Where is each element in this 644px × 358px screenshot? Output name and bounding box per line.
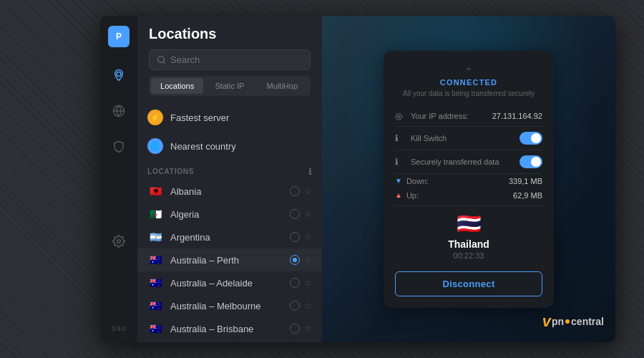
- vpn-v-letter: v: [542, 312, 551, 331]
- tab-static-ip[interactable]: Static IP: [203, 78, 255, 94]
- fastest-server-item[interactable]: ⚡ Fastest server: [137, 103, 322, 132]
- search-input[interactable]: [170, 54, 303, 65]
- tab-locations[interactable]: Locations: [151, 78, 203, 94]
- locations-header: Locations Locations Static IP MultiHop: [137, 16, 322, 103]
- connected-subtitle: All your data is being transferred secur…: [395, 90, 542, 97]
- vpn-central-text: central: [571, 316, 604, 327]
- locations-title: Locations: [149, 26, 311, 42]
- sidebar-item-globe[interactable]: [108, 100, 130, 122]
- location-name-brisbane: Australia – Brisbane: [170, 324, 283, 334]
- star-algeria[interactable]: ☆: [304, 209, 312, 219]
- ip-label: Your IP address:: [411, 112, 488, 120]
- settings-icon: [112, 235, 125, 248]
- nearest-country-item[interactable]: 🌐 Nearest country: [137, 132, 322, 160]
- radio-albania[interactable]: [290, 186, 300, 196]
- vpn-branding: v pn central: [542, 312, 604, 331]
- right-panel: ⌄ CONNECTED All your data is being trans…: [322, 16, 615, 342]
- sidebar-item-settings[interactable]: [108, 231, 130, 252]
- sidebar-logo[interactable]: P: [108, 26, 130, 47]
- locations-list: ⚡ Fastest server 🌐 Nearest country LOCAT…: [137, 103, 322, 342]
- fastest-server-label: Fastest server: [170, 112, 229, 123]
- location-name-perth: Australia – Perth: [170, 255, 283, 266]
- info-icon[interactable]: ℹ: [308, 166, 312, 177]
- star-melbourne[interactable]: ☆: [304, 301, 312, 311]
- star-adelaide[interactable]: ☆: [304, 278, 312, 288]
- secure-data-row: ℹ Securely transferred data: [395, 150, 542, 174]
- tab-multihop[interactable]: MultiHop: [256, 78, 308, 94]
- location-actions-brisbane: ☆: [290, 324, 312, 334]
- location-name-melbourne: Australia – Melbourne: [170, 301, 283, 311]
- location-name-argentina: Argentina: [170, 232, 283, 243]
- secure-data-toggle[interactable]: [519, 155, 542, 168]
- card-arrow: ⌄: [395, 61, 542, 72]
- flag-brisbane: 🇦🇺: [147, 323, 163, 334]
- up-label: Up:: [406, 191, 509, 200]
- radio-melbourne[interactable]: [290, 301, 300, 311]
- kill-switch-icon: ℹ: [395, 133, 406, 143]
- radio-algeria[interactable]: [290, 209, 300, 219]
- radio-adelaide[interactable]: [290, 278, 300, 288]
- location-albania[interactable]: 🇦🇱 Albania ☆: [137, 180, 322, 203]
- country-time: 00:22:33: [395, 251, 542, 260]
- down-label: Down:: [406, 177, 504, 185]
- bolt-icon: ⚡: [147, 110, 163, 125]
- location-algeria[interactable]: 🇩🇿 Algeria ☆: [137, 203, 322, 226]
- location-melbourne[interactable]: 🇦🇺 Australia – Melbourne ☆: [137, 294, 322, 317]
- location-perth[interactable]: 🇦🇺 Australia – Perth ☆: [137, 248, 322, 271]
- up-arrow-icon: ▲: [395, 191, 402, 199]
- country-section: 🇹🇭 Thailand 00:22:33: [395, 205, 542, 264]
- star-albania[interactable]: ☆: [304, 186, 312, 196]
- svg-point-0: [117, 72, 121, 77]
- flag-albania: 🇦🇱: [147, 185, 163, 197]
- sidebar-item-locations[interactable]: [108, 64, 130, 86]
- location-name-albania: Albania: [170, 186, 283, 197]
- radio-brisbane[interactable]: [290, 324, 300, 334]
- nearest-country-label: Nearest country: [170, 141, 236, 152]
- country-flag: 🇹🇭: [395, 212, 542, 236]
- sidebar-item-shield[interactable]: [108, 136, 130, 158]
- locations-section-header: LOCATIONS ℹ: [137, 160, 322, 180]
- radio-perth[interactable]: [290, 255, 300, 265]
- down-value: 339,1 MB: [509, 177, 542, 185]
- location-brisbane[interactable]: 🇦🇺 Australia – Brisbane ☆: [137, 317, 322, 340]
- tab-bar: Locations Static IP MultiHop: [149, 76, 311, 96]
- version-label: 3.9.0: [112, 325, 126, 332]
- kill-switch-toggle[interactable]: [519, 132, 542, 145]
- sidebar: P 3.9.0: [100, 16, 137, 342]
- search-box[interactable]: [149, 49, 311, 70]
- kill-switch-row: ℹ Kill Switch: [395, 127, 542, 150]
- flag-perth: 🇦🇺: [147, 254, 163, 266]
- star-brisbane[interactable]: ☆: [304, 324, 312, 334]
- connected-card: ⌄ CONNECTED All your data is being trans…: [384, 51, 554, 308]
- flag-melbourne: 🇦🇺: [147, 300, 163, 311]
- svg-line-5: [163, 62, 165, 63]
- ip-icon: ◎: [395, 111, 406, 121]
- flag-adelaide: 🇦🇺: [147, 277, 163, 289]
- secure-icon: ℹ: [395, 157, 406, 167]
- location-actions-albania: ☆: [290, 186, 312, 196]
- flag-algeria: 🇩🇿: [147, 208, 163, 220]
- svg-point-3: [117, 240, 121, 243]
- location-argentina[interactable]: 🇦🇷 Argentina ☆: [137, 226, 322, 248]
- search-icon: [157, 55, 166, 64]
- disconnect-button[interactable]: Disconnect: [395, 271, 542, 296]
- location-name-algeria: Algeria: [170, 209, 283, 220]
- kill-switch-label: Kill Switch: [411, 134, 515, 142]
- shield-icon: [112, 140, 125, 153]
- star-perth[interactable]: ☆: [304, 255, 312, 265]
- map-icon: [112, 69, 125, 82]
- vpn-dot: [565, 319, 570, 324]
- location-actions-argentina: ☆: [290, 232, 312, 242]
- secure-data-label: Securely transferred data: [411, 158, 515, 166]
- globe-icon: [112, 105, 125, 117]
- location-adelaide[interactable]: 🇦🇺 Australia – Adelaide ☆: [137, 271, 322, 294]
- radio-argentina[interactable]: [290, 232, 300, 242]
- star-argentina[interactable]: ☆: [304, 232, 312, 242]
- up-row: ▲ Up: 62,9 MB: [395, 188, 542, 203]
- location-actions-algeria: ☆: [290, 209, 312, 219]
- location-actions-melbourne: ☆: [290, 301, 312, 311]
- country-name: Thailand: [395, 238, 542, 250]
- app-window: P 3.9.0 Locations: [100, 16, 615, 342]
- vpn-pn-text: pn: [552, 316, 564, 327]
- up-value: 62,9 MB: [513, 191, 542, 200]
